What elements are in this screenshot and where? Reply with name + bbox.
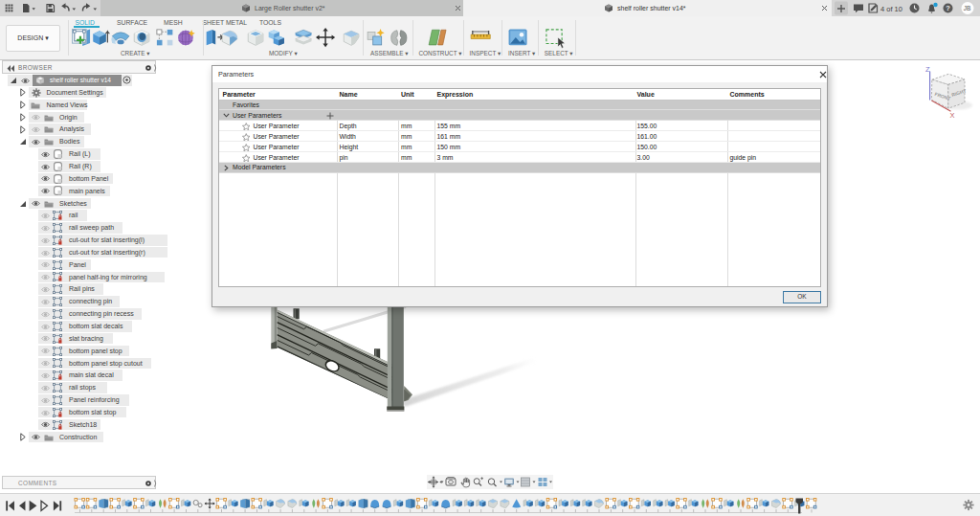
svg-text:Z: Z bbox=[925, 65, 930, 74]
svg-text:JB: JB bbox=[964, 5, 971, 11]
svg-text:4 of 10: 4 of 10 bbox=[880, 5, 902, 13]
svg-text:X: X bbox=[950, 111, 955, 120]
svg-text:?: ? bbox=[946, 4, 950, 12]
